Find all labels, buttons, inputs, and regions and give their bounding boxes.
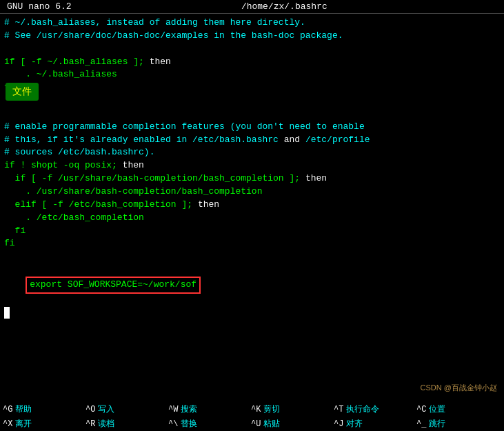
shortcut-label-paste: 粘贴 bbox=[263, 418, 280, 430]
line-14: . /usr/share/bash-completion/bash_comple… bbox=[4, 186, 500, 199]
shortcut-key-execute: ^T bbox=[334, 405, 343, 414]
shortcut-label-search: 搜索 bbox=[181, 403, 197, 415]
shortcut-label-replace: 替换 bbox=[181, 418, 197, 430]
line-12: if ! shopt -oq posix; then bbox=[4, 159, 500, 172]
shortcut-key-read: ^R bbox=[85, 419, 95, 429]
shortcut-position[interactable]: ^C 位置 bbox=[414, 403, 496, 416]
shortcut-key-replace: ^\ bbox=[168, 419, 178, 429]
line-4: if [ -f ~/.bash_aliases ]; then bbox=[4, 56, 500, 69]
line-19 bbox=[4, 250, 500, 263]
shortcut-cut[interactable]: ^K 剪切 bbox=[248, 403, 331, 416]
shortcut-row-2: ^X 离开 ^R 读档 ^\ 替换 ^U 粘贴 ^J 对齐 ^_ 跳行 bbox=[0, 417, 504, 431]
shortcut-key-exit: ^X bbox=[3, 419, 12, 429]
line-9: # enable programmable completion feature… bbox=[4, 121, 500, 134]
line-18: fi bbox=[4, 237, 500, 250]
shortcut-key-search: ^W bbox=[168, 405, 178, 414]
title-bar: GNU nano 6.2 /home/zx/.bashrc bbox=[0, 0, 504, 14]
shortcut-key-write: ^O bbox=[85, 405, 95, 414]
shortcut-execute[interactable]: ^T 执行命令 bbox=[331, 403, 414, 416]
shortcut-help[interactable]: ^G 帮助 bbox=[0, 403, 83, 416]
shortcut-key-align: ^J bbox=[334, 419, 343, 429]
line-16: . /etc/bash_completion bbox=[4, 212, 500, 225]
line-15: elif [ -f /etc/bash_completion ]; then bbox=[4, 199, 500, 212]
line-6: fi bbox=[4, 81, 500, 94]
shortcut-read[interactable]: ^R 读档 bbox=[83, 417, 165, 430]
line-11: # sources /etc/bash.bashrc). bbox=[4, 146, 500, 159]
shortcut-goto[interactable]: ^_ 跳行 bbox=[414, 417, 496, 430]
shortcut-label-cut: 剪切 bbox=[263, 403, 280, 415]
shortcut-key-position: ^C bbox=[416, 405, 426, 414]
shortcut-label-exit: 离开 bbox=[15, 418, 32, 430]
shortcut-key-paste: ^U bbox=[251, 419, 261, 429]
file-button[interactable]: 文件 bbox=[6, 83, 39, 101]
shortcut-row-1: ^G 帮助 ^O 写入 ^W 搜索 ^K 剪切 ^T 执行命令 ^C 位置 bbox=[0, 402, 504, 417]
line-10: # this, if it's already enabled in /etc/… bbox=[4, 134, 500, 147]
line-5: . ~/.bash_aliases bbox=[4, 68, 500, 81]
shortcut-label-position: 位置 bbox=[429, 403, 445, 415]
shortcut-label-help: 帮助 bbox=[15, 403, 32, 415]
shortcut-write[interactable]: ^O 写入 bbox=[83, 403, 165, 416]
cursor-line bbox=[4, 307, 10, 319]
shortcut-label-read: 读档 bbox=[98, 418, 114, 430]
shortcut-align[interactable]: ^J 对齐 bbox=[331, 417, 414, 430]
shortcut-key-goto: ^_ bbox=[416, 419, 426, 429]
shortcut-key-cut: ^K bbox=[251, 405, 261, 414]
shortcut-label-execute: 执行命令 bbox=[346, 403, 379, 415]
shortcut-exit[interactable]: ^X 离开 bbox=[0, 417, 83, 430]
file-path: /home/zx/.bashrc bbox=[241, 1, 327, 12]
shortcut-label-goto: 跳行 bbox=[429, 418, 445, 430]
line-13: if [ -f /usr/share/bash-completion/bash_… bbox=[4, 172, 500, 186]
export-line: export SOF_WORKSPACE=~/work/sof bbox=[4, 263, 500, 307]
shortcut-key-help: ^G bbox=[3, 405, 12, 414]
line-3 bbox=[4, 43, 500, 56]
app-name: GNU nano 6.2 bbox=[7, 1, 72, 12]
shortcut-paste[interactable]: ^U 粘贴 bbox=[248, 417, 331, 430]
line-2: # See /usr/share/doc/bash-doc/examples i… bbox=[4, 30, 500, 43]
line-7 bbox=[4, 94, 500, 108]
shortcut-bar: ^G 帮助 ^O 写入 ^W 搜索 ^K 剪切 ^T 执行命令 ^C 位置 ^X… bbox=[0, 402, 504, 431]
shortcut-search[interactable]: ^W 搜索 bbox=[165, 403, 248, 416]
line-8 bbox=[4, 108, 500, 121]
watermark: CSDN @百战金钟小赵 bbox=[421, 383, 497, 393]
line-1: # ~/.bash_aliases, instead of adding the… bbox=[4, 17, 500, 30]
editor-area[interactable]: # ~/.bash_aliases, instead of adding the… bbox=[0, 14, 504, 390]
shortcut-label-align: 对齐 bbox=[346, 418, 363, 430]
line-17: fi bbox=[4, 225, 500, 238]
shortcut-label-write: 写入 bbox=[98, 403, 114, 415]
shortcut-replace[interactable]: ^\ 替换 bbox=[165, 417, 248, 430]
